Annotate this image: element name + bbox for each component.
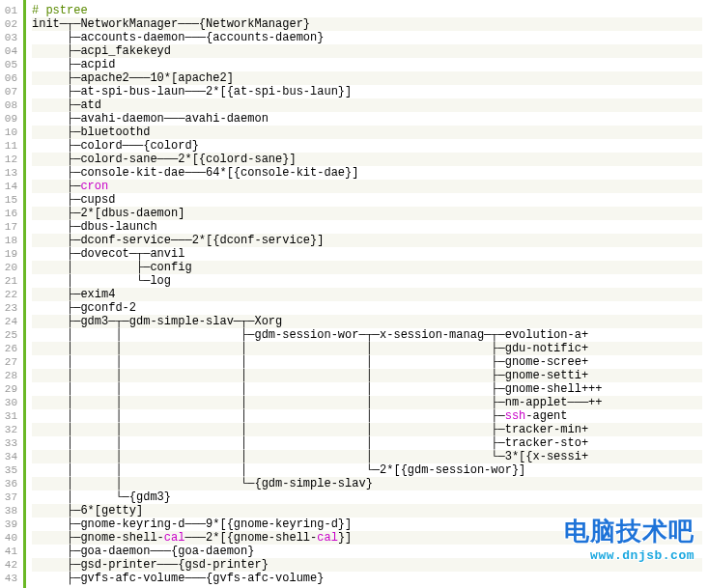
code-line: ├─atd [32, 98, 702, 112]
code-line: ├─exim4 [32, 288, 702, 301]
line-number: 15 [2, 193, 21, 207]
line-number: 16 [2, 207, 21, 220]
line-number: 29 [2, 382, 21, 396]
code-line: │ │ │ │ ├─gnome-setti+ [32, 369, 702, 382]
code-line: │ └─{gdm3} [32, 490, 702, 504]
line-number: 33 [2, 436, 21, 450]
code-line: ├─console-kit-dae───64*[{console-kit-dae… [32, 166, 702, 180]
line-number: 41 [2, 545, 21, 558]
line-number: 10 [2, 126, 21, 139]
line-number: 21 [2, 274, 21, 288]
code-line: ├─gsd-printer───{gsd-printer} [32, 558, 702, 572]
line-number: 05 [2, 58, 21, 71]
line-number: 07 [2, 85, 21, 98]
code-line: ├─goa-daemon───{goa-daemon} [32, 545, 702, 558]
line-number: 06 [2, 71, 21, 85]
line-number: 26 [2, 342, 21, 355]
code-line: ├─colord-sane───2*[{colord-sane}] [32, 153, 702, 166]
line-number: 08 [2, 98, 21, 112]
code-line: ├─gnome-keyring-d───9*[{gnome-keyring-d}… [32, 518, 702, 531]
line-number: 25 [2, 328, 21, 342]
code-line: ├─gdm3─┬─gdm-simple-slav─┬─Xorg [32, 315, 702, 328]
line-number: 19 [2, 247, 21, 261]
code-line: ├─accounts-daemon───{accounts-daemon} [32, 31, 702, 44]
line-number: 39 [2, 518, 21, 531]
line-number: 27 [2, 355, 21, 369]
line-number: 42 [2, 558, 21, 572]
line-number: 03 [2, 31, 21, 44]
line-number: 36 [2, 477, 21, 490]
line-number: 31 [2, 409, 21, 423]
code-line: ├─colord───{colord} [32, 139, 702, 153]
code-line: ├─gvfs-afc-volume───{gvfs-afc-volume} [32, 572, 702, 585]
code-line: ├─dovecot─┬─anvil [32, 247, 702, 261]
line-number: 40 [2, 531, 21, 545]
line-number: 11 [2, 139, 21, 153]
code-line: │ │ │ │ ├─gnome-scree+ [32, 355, 702, 369]
line-number: 30 [2, 396, 21, 409]
code-line: ├─gconfd-2 [32, 301, 702, 315]
code-line: ├─bluetoothd [32, 126, 702, 139]
code-line: │ └─log [32, 274, 702, 288]
code-line: │ │ └─{gdm-simple-slav} [32, 477, 702, 490]
line-number: 12 [2, 153, 21, 166]
code-line: │ │ │ │ ├─gdu-notific+ [32, 342, 702, 355]
code-line: │ │ │ │ └─3*[{x-sessi+ [32, 450, 702, 463]
code-line: ├─avahi-daemon───avahi-daemon [32, 112, 702, 126]
code-line: │ │ │ └─2*[{gdm-session-wor}] [32, 463, 702, 477]
code-line: ├─cupsd [32, 193, 702, 207]
line-number: 04 [2, 44, 21, 58]
line-number: 32 [2, 423, 21, 436]
line-number: 18 [2, 234, 21, 247]
line-number: 37 [2, 490, 21, 504]
line-number-gutter: 0102030405060708091011121314151617181920… [0, 0, 26, 588]
line-number: 35 [2, 463, 21, 477]
line-number: 09 [2, 112, 21, 126]
line-number: 01 [2, 4, 21, 17]
line-number: 43 [2, 572, 21, 585]
line-number: 20 [2, 261, 21, 274]
code-line: │ │ │ │ ├─tracker-sto+ [32, 436, 702, 450]
code-line: ├─6*[getty] [32, 504, 702, 518]
code-line: │ │ │ │ ├─ssh-agent [32, 409, 702, 423]
code-line: ├─at-spi-bus-laun───2*[{at-spi-bus-laun}… [32, 85, 702, 98]
code-line: │ ├─config [32, 261, 702, 274]
code-block: 0102030405060708091011121314151617181920… [0, 0, 708, 588]
code-line: ├─gnome-shell-cal───2*[{gnome-shell-cal}… [32, 531, 702, 545]
line-number: 17 [2, 220, 21, 234]
line-number: 28 [2, 369, 21, 382]
code-content[interactable]: # pstreeinit─┬─NetworkManager───{Network… [26, 0, 708, 588]
code-line: ├─acpi_fakekeyd [32, 44, 702, 58]
code-line: # pstree [32, 4, 702, 17]
code-line: ├─2*[dbus-daemon] [32, 207, 702, 220]
line-number: 38 [2, 504, 21, 518]
code-line: │ │ │ │ ├─nm-applet───++ [32, 396, 702, 409]
line-number: 14 [2, 180, 21, 193]
code-line: │ │ │ │ ├─tracker-min+ [32, 423, 702, 436]
line-number: 34 [2, 450, 21, 463]
code-line: │ │ │ │ ├─gnome-shell+++ [32, 382, 702, 396]
code-line: ├─dbus-launch [32, 220, 702, 234]
line-number: 23 [2, 301, 21, 315]
code-line: init─┬─NetworkManager───{NetworkManager} [32, 17, 702, 31]
line-number: 22 [2, 288, 21, 301]
line-number: 13 [2, 166, 21, 180]
code-line: ├─dconf-service───2*[{dconf-service}] [32, 234, 702, 247]
code-line: │ │ ├─gdm-session-wor─┬─x-session-manag─… [32, 328, 702, 342]
code-line: ├─cron [32, 180, 702, 193]
line-number: 24 [2, 315, 21, 328]
code-line: ├─apache2───10*[apache2] [32, 71, 702, 85]
code-line: ├─acpid [32, 58, 702, 71]
line-number: 02 [2, 17, 21, 31]
